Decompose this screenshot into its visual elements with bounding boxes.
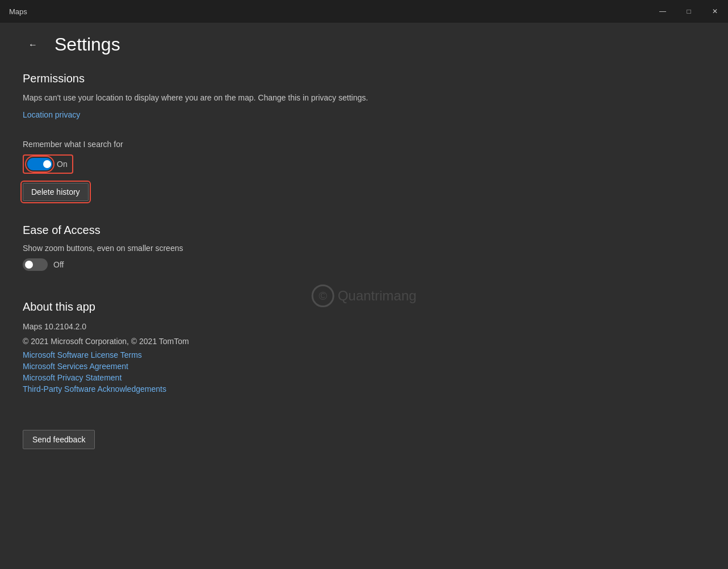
toggle-knob [43,160,51,168]
about-copyright: © 2021 Microsoft Corporation, © 2021 Tom… [23,335,705,348]
location-privacy-link[interactable]: Location privacy [23,110,80,119]
services-agreement-link[interactable]: Microsoft Services Agreement [23,362,705,371]
permissions-section: Permissions Maps can't use your location… [23,72,705,201]
zoom-toggle[interactable] [23,258,48,271]
privacy-statement-link[interactable]: Microsoft Privacy Statement [23,373,705,382]
permissions-description: Maps can't use your location to display … [23,92,705,104]
window: Maps — □ ✕ © Quantrimang ← Settings Perm… [0,0,728,569]
close-button[interactable]: ✕ [702,0,728,23]
page-header: ← Settings [23,34,705,55]
remember-search-label: Remember what I search for [23,140,705,149]
back-button[interactable]: ← [23,35,43,55]
license-terms-link[interactable]: Microsoft Software License Terms [23,350,705,359]
zoom-toggle-label: Off [53,260,64,269]
ease-of-access-section: Ease of Access Show zoom buttons, even o… [23,224,705,278]
titlebar: Maps — □ ✕ [0,0,728,23]
zoom-toggle-knob [25,261,33,269]
about-version: Maps 10.2104.2.0 [23,320,705,333]
remember-toggle-row: On [23,154,705,174]
ease-of-access-title: Ease of Access [23,224,705,237]
maximize-button[interactable]: □ [676,0,702,23]
window-title: Maps [9,7,27,16]
main-content: © Quantrimang ← Settings Permissions Map… [0,23,728,569]
footer: Send feedback [23,419,705,461]
titlebar-controls: — □ ✕ [650,0,728,23]
remember-toggle-label: On [57,160,68,169]
permissions-title: Permissions [23,72,705,85]
zoom-buttons-label: Show zoom buttons, even on smaller scree… [23,244,705,253]
third-party-link[interactable]: Third-Party Software Acknowledgements [23,384,705,394]
about-section: About this app Maps 10.2104.2.0 © 2021 M… [23,300,705,396]
remember-toggle-outlined: On [23,154,73,174]
remember-toggle[interactable] [27,158,52,170]
page-title: Settings [55,34,120,55]
send-feedback-button[interactable]: Send feedback [23,430,95,449]
zoom-toggle-row: Off [23,258,705,271]
delete-history-button[interactable]: Delete history [23,183,89,201]
about-title: About this app [23,300,705,313]
minimize-button[interactable]: — [650,0,676,23]
